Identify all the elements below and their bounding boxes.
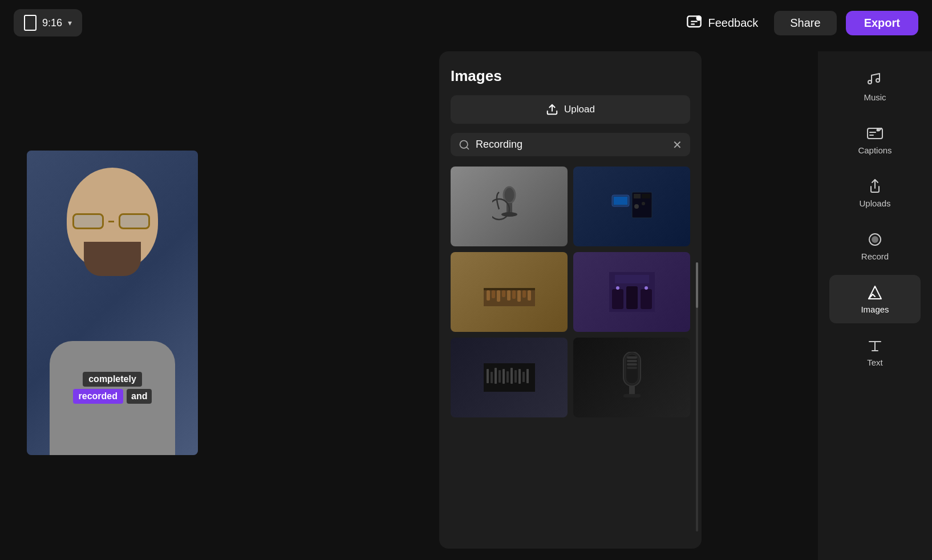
image-grid [451, 167, 690, 417]
scroll-thumb[interactable] [696, 262, 698, 308]
svg-rect-29 [612, 289, 623, 309]
svg-rect-27 [484, 288, 535, 290]
svg-rect-51 [627, 363, 637, 366]
aspect-ratio-icon [24, 15, 37, 31]
image-placeholder [573, 338, 690, 417]
svg-rect-40 [503, 369, 505, 384]
right-sidebar: Music Captions Uploads Record [818, 51, 932, 560]
panel-title: Images [451, 67, 690, 85]
svg-point-60 [877, 129, 879, 131]
images-panel: Images Upload ✕ [439, 51, 702, 549]
search-input[interactable] [476, 139, 667, 151]
sidebar-label-music: Music [864, 92, 886, 102]
share-button[interactable]: Share [774, 11, 836, 35]
sidebar-item-captions[interactable]: Captions [829, 116, 921, 164]
svg-line-5 [467, 147, 469, 149]
svg-rect-21 [502, 290, 505, 297]
subtitle-highlight: recorded [73, 389, 123, 404]
svg-rect-18 [487, 290, 490, 301]
svg-rect-22 [507, 290, 510, 301]
upload-button[interactable]: Upload [451, 95, 690, 124]
subtitle-line2: recorded and [38, 389, 187, 404]
export-label: Export [864, 17, 900, 29]
subtitle-normal: and [127, 389, 152, 404]
svg-rect-25 [522, 290, 526, 298]
sidebar-label-captions: Captions [858, 145, 892, 155]
svg-rect-39 [499, 370, 501, 383]
svg-point-34 [645, 286, 648, 290]
glasses-lens-left [72, 213, 104, 229]
svg-rect-26 [528, 290, 531, 301]
image-thumb[interactable] [573, 167, 690, 246]
music-icon [866, 72, 884, 89]
feedback-button[interactable]: ? Feedback [679, 10, 765, 35]
subtitle-line1: completely [83, 372, 142, 387]
svg-rect-44 [518, 369, 521, 384]
chevron-down-icon: ▾ [68, 18, 72, 27]
sidebar-item-text[interactable]: Text [829, 328, 921, 376]
subtitle-overlay: completely recorded and [38, 372, 187, 404]
svg-rect-38 [495, 368, 497, 384]
header-actions: ? Feedback Share Export [679, 10, 918, 35]
sidebar-item-music[interactable]: Music [829, 63, 921, 111]
svg-rect-45 [522, 372, 525, 382]
image-thumb[interactable] [451, 252, 568, 332]
clear-search-button[interactable]: ✕ [672, 139, 682, 151]
sidebar-item-uploads[interactable]: Uploads [829, 169, 921, 217]
person-beard [84, 242, 141, 276]
svg-rect-49 [627, 356, 637, 359]
export-button[interactable]: Export [846, 11, 918, 35]
feedback-icon: ? [686, 15, 702, 31]
aspect-ratio-label: 9:16 [42, 17, 62, 29]
svg-rect-36 [487, 369, 489, 383]
svg-rect-13 [634, 194, 641, 198]
svg-point-33 [616, 286, 619, 290]
svg-rect-14 [642, 194, 650, 198]
svg-text:?: ? [698, 17, 700, 21]
share-label: Share [790, 17, 820, 29]
svg-rect-11 [614, 197, 627, 205]
glasses-lens-right [119, 213, 150, 229]
search-icon [459, 139, 470, 151]
sidebar-label-record: Record [861, 251, 889, 261]
sidebar-label-images: Images [861, 305, 889, 314]
record-icon [866, 231, 884, 248]
svg-rect-20 [497, 290, 500, 302]
svg-rect-53 [629, 386, 635, 395]
svg-rect-54 [623, 394, 641, 397]
sidebar-item-record[interactable]: Record [829, 222, 921, 270]
upload-icon [546, 103, 558, 116]
svg-rect-23 [512, 290, 516, 299]
sidebar-label-text: Text [867, 358, 883, 367]
video-background: completely recorded and [27, 151, 198, 455]
image-thumb[interactable] [451, 167, 568, 246]
header: 9:16 ▾ ? Feedback Share Export [0, 0, 932, 46]
image-placeholder [451, 252, 568, 332]
image-thumb[interactable] [573, 252, 690, 332]
scroll-track [696, 262, 698, 531]
svg-rect-24 [517, 290, 521, 302]
upload-label: Upload [564, 104, 595, 115]
images-icon [866, 284, 884, 301]
svg-point-63 [872, 236, 878, 243]
svg-rect-46 [526, 369, 529, 383]
image-placeholder [573, 167, 690, 246]
video-preview: completely recorded and [27, 151, 198, 455]
canvas-area: completely recorded and [0, 46, 225, 560]
feedback-label: Feedback [708, 17, 758, 30]
aspect-ratio-button[interactable]: 9:16 ▾ [14, 9, 82, 36]
svg-rect-32 [615, 275, 649, 283]
svg-rect-19 [492, 290, 495, 298]
image-placeholder [451, 338, 568, 417]
image-thumb[interactable] [451, 338, 568, 417]
svg-point-55 [868, 80, 872, 84]
sidebar-label-uploads: Uploads [859, 198, 890, 208]
image-thumb[interactable] [573, 338, 690, 417]
svg-rect-43 [514, 370, 517, 383]
text-icon [866, 337, 884, 354]
person-glasses [72, 213, 152, 230]
image-placeholder [573, 252, 690, 332]
image-placeholder [451, 167, 568, 246]
sidebar-item-images[interactable]: Images [829, 275, 921, 323]
svg-point-16 [642, 202, 645, 205]
